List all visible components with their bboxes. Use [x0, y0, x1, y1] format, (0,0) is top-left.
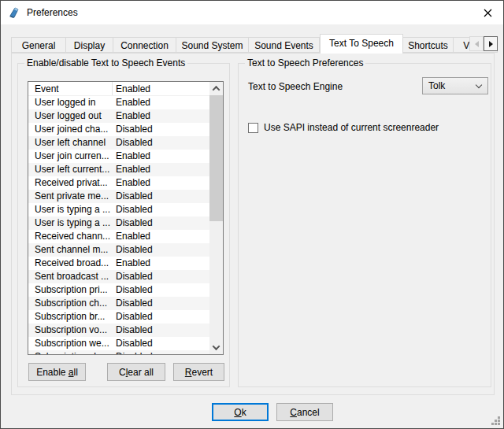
tab-scroll-left-button[interactable]: [469, 36, 484, 51]
list-row[interactable]: Subscription br... Disabled: [28, 310, 209, 324]
tab-general[interactable]: General: [11, 37, 66, 53]
tab-sound-system[interactable]: Sound System: [176, 37, 249, 53]
event-state: Disabled: [113, 297, 209, 310]
scroll-up-button[interactable]: [209, 82, 223, 95]
tab-scroll-right-button[interactable]: [484, 36, 498, 51]
list-row[interactable]: Sent private me... Disabled: [28, 190, 209, 203]
arrow-left-icon: [475, 41, 479, 47]
sapi-checkbox-row[interactable]: Use SAPI instead of current screenreader: [248, 122, 439, 133]
list-header[interactable]: Event Enabled: [28, 82, 209, 96]
scroll-down-button[interactable]: [209, 341, 223, 354]
event-state: Disabled: [113, 350, 209, 354]
list-row[interactable]: Sent broadcast ... Disabled: [28, 270, 209, 283]
tab-panel-text-to-speech: Enable/disable Text to Speech Events Eve…: [11, 53, 495, 395]
event-state: Enabled: [113, 230, 209, 243]
column-header-enabled[interactable]: Enabled: [113, 82, 209, 95]
list-row[interactable]: User is typing a ... Disabled: [28, 203, 209, 216]
list-scrollbar[interactable]: [209, 82, 223, 354]
tab-display[interactable]: Display: [66, 37, 113, 53]
event-name: Subscription pri...: [28, 283, 113, 297]
list-row[interactable]: User join curren... Enabled: [28, 150, 209, 163]
clear-all-button[interactable]: Clear all: [107, 363, 165, 381]
event-state: Disabled: [113, 243, 209, 257]
tab-connection[interactable]: Connection: [113, 37, 176, 53]
event-state: Disabled: [113, 337, 209, 350]
list-row[interactable]: Received broad... Enabled: [28, 257, 209, 270]
event-state: Enabled: [113, 163, 209, 176]
group-tts-preferences: Text to Speech Preferences Text to Speec…: [238, 63, 491, 387]
event-name: Sent private me...: [28, 190, 113, 203]
list-row[interactable]: User is typing a ... Disabled: [28, 216, 209, 230]
tts-events-list[interactable]: Event Enabled User logged in Enabled Use…: [28, 81, 224, 355]
event-name: User logged out: [28, 109, 113, 123]
event-name: User join curren...: [28, 150, 113, 163]
group-tts-preferences-title: Text to Speech Preferences: [245, 57, 365, 68]
group-tts-events-title: Enable/disable Text to Speech Events: [24, 57, 187, 68]
event-state: Disabled: [113, 283, 209, 297]
list-row[interactable]: Received privat... Enabled: [28, 176, 209, 190]
event-state: Disabled: [113, 123, 209, 136]
list-row[interactable]: User logged out Enabled: [28, 109, 209, 123]
scrollbar-thumb[interactable]: [209, 95, 223, 221]
list-row[interactable]: Subscription ch... Disabled: [28, 297, 209, 310]
event-state: Enabled: [113, 176, 209, 190]
ok-button[interactable]: Ok: [212, 403, 269, 421]
list-row[interactable]: Subscription ch... Disabled: [28, 350, 209, 354]
event-state: Enabled: [113, 109, 209, 123]
event-state: Disabled: [113, 190, 209, 203]
tab-text-to-speech[interactable]: Text To Speech: [320, 34, 403, 54]
list-row[interactable]: Subscription pri... Disabled: [28, 283, 209, 297]
event-name: Subscription vo...: [28, 324, 113, 337]
event-name: User is typing a ...: [28, 216, 113, 230]
list-row[interactable]: Received chann... Enabled: [28, 230, 209, 243]
event-name: User left current...: [28, 163, 113, 176]
event-state: Disabled: [113, 310, 209, 324]
cancel-button[interactable]: Cancel: [276, 403, 333, 421]
event-state: Enabled: [113, 96, 209, 109]
event-name: User left channel: [28, 136, 113, 150]
tab-scroller: [469, 36, 498, 51]
sapi-checkbox-label: Use SAPI instead of current screenreader: [264, 122, 439, 133]
tab-shortcuts[interactable]: Shortcuts: [403, 37, 454, 53]
titlebar[interactable]: Preferences: [1, 1, 503, 24]
close-icon: [484, 9, 492, 17]
arrow-right-icon: [489, 41, 493, 47]
event-name: User joined cha...: [28, 123, 113, 136]
event-name: User is typing a ...: [28, 203, 113, 216]
tts-engine-dropdown[interactable]: Tolk: [422, 77, 488, 94]
engine-label: Text to Speech Engine: [248, 81, 343, 92]
event-state: Disabled: [113, 203, 209, 216]
event-name: User logged in: [28, 96, 113, 109]
event-name: Subscription ch...: [28, 350, 113, 354]
enable-all-button[interactable]: Enable all: [28, 363, 86, 381]
list-row[interactable]: User left channel Disabled: [28, 136, 209, 150]
list-row[interactable]: User left current... Enabled: [28, 163, 209, 176]
tts-engine-value: Tolk: [428, 80, 445, 91]
event-state: Disabled: [113, 136, 209, 150]
event-state: Disabled: [113, 324, 209, 337]
event-state: Enabled: [113, 257, 209, 270]
list-body: User logged in Enabled User logged out E…: [28, 96, 209, 354]
event-name: Subscription br...: [28, 310, 113, 324]
column-header-event[interactable]: Event: [28, 82, 113, 95]
event-name: Received privat...: [28, 176, 113, 190]
list-row[interactable]: Subscription we... Disabled: [28, 337, 209, 350]
list-row[interactable]: Sent channel m... Disabled: [28, 243, 209, 257]
event-name: Subscription we...: [28, 337, 113, 350]
list-row[interactable]: User joined cha... Disabled: [28, 123, 209, 136]
tab-strip: General Display Connection Sound System …: [11, 34, 498, 54]
event-state: Enabled: [113, 150, 209, 163]
resize-grip[interactable]: [491, 416, 500, 425]
chevron-down-icon: [476, 82, 482, 88]
event-name: Sent channel m...: [28, 243, 113, 257]
list-row[interactable]: Subscription vo... Disabled: [28, 324, 209, 337]
list-row[interactable]: User logged in Enabled: [28, 96, 209, 109]
window-title: Preferences: [27, 7, 78, 18]
sapi-checkbox[interactable]: [248, 123, 258, 133]
tab-sound-events[interactable]: Sound Events: [249, 37, 320, 53]
event-name: Received chann...: [28, 230, 113, 243]
close-button[interactable]: [477, 4, 498, 21]
event-state: Disabled: [113, 216, 209, 230]
resize-grip-icon: [491, 416, 493, 418]
revert-button[interactable]: Revert: [173, 363, 224, 381]
